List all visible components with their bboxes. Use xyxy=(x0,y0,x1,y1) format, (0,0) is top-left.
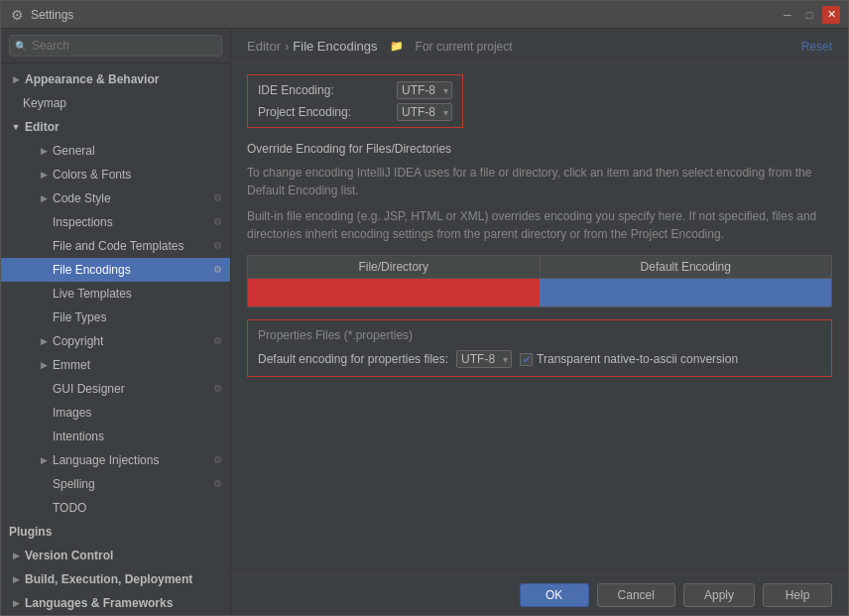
sidebar-item-copyright[interactable]: ▶ Copyright ⚙ xyxy=(1,329,230,353)
file-directory-cell[interactable] xyxy=(248,279,540,307)
title-bar: ⚙ Settings ─ □ ✕ xyxy=(1,1,848,29)
properties-label: Default encoding for properties files: xyxy=(258,352,448,366)
sidebar-item-file-code-templates[interactable]: ▶ File and Code Templates ⚙ xyxy=(1,234,230,258)
sidebar-item-spelling[interactable]: ▶ Spelling ⚙ xyxy=(1,472,230,496)
encoding-section: IDE Encoding: UTF-8 Project Encoding: UT… xyxy=(247,74,463,128)
arrow-icon: ▶ xyxy=(9,549,23,562)
arrow-icon: ▼ xyxy=(9,120,23,134)
sidebar-item-languages-frameworks[interactable]: ▶ Languages & Frameworks xyxy=(1,591,230,615)
properties-encoding-select-wrap: UTF-8 xyxy=(456,350,512,368)
apply-button[interactable]: Apply xyxy=(683,583,755,607)
sidebar-item-inspections[interactable]: ▶ Inspections ⚙ xyxy=(1,210,230,234)
help-button[interactable]: Help xyxy=(763,583,832,607)
sidebar-item-label: File and Code Templates xyxy=(53,236,184,256)
project-label: For current project xyxy=(416,40,513,54)
table-col-file-directory: File/Directory xyxy=(248,256,541,278)
window-controls: ─ □ ✕ xyxy=(779,6,840,24)
nav-tree: ▶ Appearance & Behavior Keymap ▼ Editor … xyxy=(1,63,230,615)
sidebar-item-editor[interactable]: ▼ Editor xyxy=(1,115,230,139)
minimize-button[interactable]: ─ xyxy=(779,6,796,24)
properties-title: Properties Files (*.properties) xyxy=(258,328,821,342)
sidebar-item-label: Code Style xyxy=(53,188,111,208)
project-encoding-select[interactable]: UTF-8 xyxy=(397,103,452,121)
properties-encoding-select[interactable]: UTF-8 xyxy=(456,350,512,368)
folder-icon: 📁 xyxy=(390,40,404,53)
sidebar-item-todo[interactable]: ▶ TODO xyxy=(1,496,230,520)
sidebar-item-file-encodings[interactable]: ▶ File Encodings ⚙ xyxy=(1,258,230,282)
ok-button[interactable]: OK xyxy=(520,583,589,607)
override-section: Override Encoding for Files/Directories … xyxy=(247,142,832,243)
default-encoding-cell[interactable] xyxy=(540,279,831,307)
sidebar-item-label: Spelling xyxy=(53,474,95,494)
sidebar-item-label: Languages & Frameworks xyxy=(25,593,173,613)
arrow-icon: ▶ xyxy=(37,191,51,205)
sidebar-item-label: Intentions xyxy=(53,427,104,446)
ide-encoding-label: IDE Encoding: xyxy=(258,83,397,97)
sidebar-item-label: Plugins xyxy=(9,522,52,542)
sidebar-item-label: Colors & Fonts xyxy=(53,165,131,185)
sidebar-item-colors-fonts[interactable]: ▶ Colors & Fonts xyxy=(1,163,230,186)
settings-window: ⚙ Settings ─ □ ✕ ▶ Appearance & Behavior xyxy=(0,0,849,616)
settings-icon: ⚙ xyxy=(213,212,222,232)
sidebar-item-live-templates[interactable]: ▶ Live Templates xyxy=(1,282,230,306)
maximize-button[interactable]: □ xyxy=(800,6,818,24)
sidebar-item-label: GUI Designer xyxy=(53,379,125,399)
sidebar-item-label: Appearance & Behavior xyxy=(25,69,159,89)
transparent-conversion-checkbox[interactable]: ✔ Transparent native-to-ascii conversion xyxy=(520,352,738,366)
override-text2: Built-in file encoding (e.g. JSP, HTML o… xyxy=(247,207,832,243)
table-header: File/Directory Default Encoding xyxy=(248,256,831,279)
ide-encoding-select[interactable]: UTF-8 xyxy=(397,81,452,99)
sidebar-item-label: Keymap xyxy=(23,93,66,113)
sidebar-item-gui-designer[interactable]: ▶ GUI Designer ⚙ xyxy=(1,377,230,401)
search-input[interactable] xyxy=(9,35,222,57)
sidebar-item-label: General xyxy=(53,141,95,161)
sidebar-item-label: Build, Execution, Deployment xyxy=(25,569,192,589)
settings-icon: ⚙ xyxy=(213,260,222,280)
app-icon: ⚙ xyxy=(9,7,25,23)
file-directory-table: File/Directory Default Encoding xyxy=(247,255,832,308)
sidebar-item-general[interactable]: ▶ General xyxy=(1,139,230,163)
ide-encoding-row: IDE Encoding: UTF-8 xyxy=(258,81,452,99)
table-row[interactable] xyxy=(248,279,831,307)
breadcrumb-separator: › xyxy=(285,39,289,54)
project-encoding-select-wrap: UTF-8 xyxy=(397,103,452,121)
sidebar-item-label: Language Injections xyxy=(53,450,159,470)
sidebar-item-code-style[interactable]: ▶ Code Style ⚙ xyxy=(1,186,230,210)
cancel-button[interactable]: Cancel xyxy=(597,583,675,607)
arrow-icon: ▶ xyxy=(9,572,23,586)
sidebar-item-label: Version Control xyxy=(25,546,113,565)
sidebar-item-file-types[interactable]: ▶ File Types xyxy=(1,306,230,329)
sidebar-item-version-control[interactable]: ▶ Version Control xyxy=(1,544,230,567)
arrow-icon: ▶ xyxy=(9,596,23,610)
sidebar-item-appearance-behavior[interactable]: ▶ Appearance & Behavior xyxy=(1,67,230,91)
sidebar-item-language-injections[interactable]: ▶ Language Injections ⚙ xyxy=(1,448,230,472)
sidebar: ▶ Appearance & Behavior Keymap ▼ Editor … xyxy=(1,29,231,615)
properties-section: Properties Files (*.properties) Default … xyxy=(247,319,832,377)
checkbox-icon: ✔ xyxy=(520,353,533,366)
arrow-icon: ▶ xyxy=(37,334,51,348)
sidebar-item-emmet[interactable]: ▶ Emmet xyxy=(1,353,230,377)
breadcrumb-editor: Editor xyxy=(247,39,281,54)
sidebar-item-keymap[interactable]: Keymap xyxy=(1,91,230,115)
sidebar-item-images[interactable]: ▶ Images xyxy=(1,401,230,425)
close-button[interactable]: ✕ xyxy=(822,6,840,24)
table-col-default-encoding: Default Encoding xyxy=(541,256,832,278)
sidebar-item-label: File Types xyxy=(53,308,106,327)
footer: OK Cancel Apply Help xyxy=(231,574,848,615)
settings-icon: ⚙ xyxy=(213,379,222,399)
sidebar-item-label: Copyright xyxy=(53,331,103,351)
sidebar-item-label: Live Templates xyxy=(53,284,132,304)
breadcrumb-current: File Encodings xyxy=(293,39,377,54)
override-text1: To change encoding IntelliJ IDEA uses fo… xyxy=(247,164,832,199)
ide-encoding-select-wrap: UTF-8 xyxy=(397,81,452,99)
arrow-icon: ▶ xyxy=(37,144,51,158)
breadcrumb: Editor › File Encodings 📁 For current pr… xyxy=(247,39,513,54)
sidebar-item-label: Images xyxy=(53,403,91,423)
sidebar-item-label: TODO xyxy=(53,498,86,518)
main-content: ▶ Appearance & Behavior Keymap ▼ Editor … xyxy=(1,29,848,615)
sidebar-item-build-execution[interactable]: ▶ Build, Execution, Deployment xyxy=(1,567,230,591)
sidebar-item-intentions[interactable]: ▶ Intentions xyxy=(1,425,230,448)
sidebar-item-plugins[interactable]: Plugins xyxy=(1,520,230,544)
arrow-icon: ▶ xyxy=(9,72,23,86)
reset-link[interactable]: Reset xyxy=(801,40,832,54)
